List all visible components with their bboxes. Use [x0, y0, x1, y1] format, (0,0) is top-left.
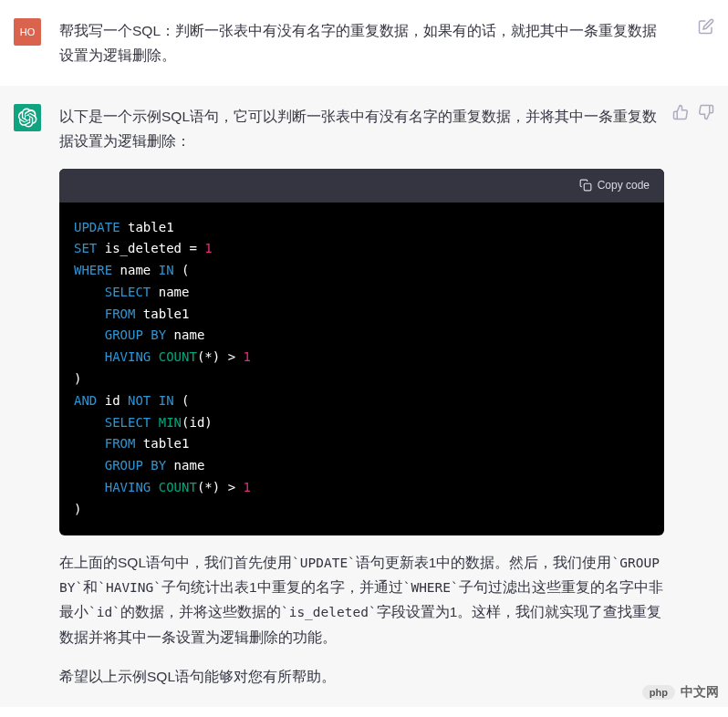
- assistant-explanation: 在上面的SQL语句中，我们首先使用`UPDATE`语句更新表1中的数据。然后，我…: [59, 550, 664, 649]
- user-message-row: HO 帮我写一个SQL：判断一张表中有没有名字的重复数据，如果有的话，就把其中一…: [0, 0, 728, 86]
- copy-code-label: Copy code: [598, 176, 650, 195]
- assistant-message-row: 以下是一个示例SQL语句，它可以判断一张表中有没有名字的重复数据，并将其中一条重…: [0, 86, 728, 707]
- edit-icon[interactable]: [698, 18, 714, 35]
- copy-code-button[interactable]: Copy code: [579, 176, 650, 195]
- user-avatar: HO: [14, 18, 41, 46]
- assistant-avatar: [14, 104, 41, 131]
- assistant-closing: 希望以上示例SQL语句能够对您有所帮助。: [59, 664, 664, 689]
- openai-logo-icon: [17, 108, 37, 128]
- code-content: UPDATE table1 SET is_deleted = 1 WHERE n…: [59, 203, 664, 535]
- svg-rect-0: [584, 183, 591, 191]
- user-actions: [698, 18, 714, 35]
- user-message-text: 帮我写一个SQL：判断一张表中有没有名字的重复数据，如果有的话，就把其中一条重复…: [59, 18, 664, 68]
- watermark-text: 中文网: [681, 684, 719, 701]
- assistant-intro: 以下是一个示例SQL语句，它可以判断一张表中有没有名字的重复数据，并将其中一条重…: [59, 104, 664, 153]
- thumbs-down-icon[interactable]: [698, 104, 714, 120]
- chat-container: HO 帮我写一个SQL：判断一张表中有没有名字的重复数据，如果有的话，就把其中一…: [0, 0, 728, 707]
- assistant-actions: [672, 104, 714, 120]
- clipboard-icon: [579, 179, 592, 192]
- user-message-content: 帮我写一个SQL：判断一张表中有没有名字的重复数据，如果有的话，就把其中一条重复…: [59, 18, 728, 68]
- code-header: Copy code: [59, 169, 664, 203]
- thumbs-up-icon[interactable]: [672, 104, 689, 120]
- watermark-badge: php: [642, 685, 675, 700]
- code-block: Copy code UPDATE table1 SET is_deleted =…: [59, 169, 664, 535]
- user-avatar-label: HO: [20, 26, 36, 37]
- watermark: php 中文网: [642, 684, 719, 701]
- assistant-message-content: 以下是一个示例SQL语句，它可以判断一张表中有没有名字的重复数据，并将其中一条重…: [59, 104, 728, 689]
